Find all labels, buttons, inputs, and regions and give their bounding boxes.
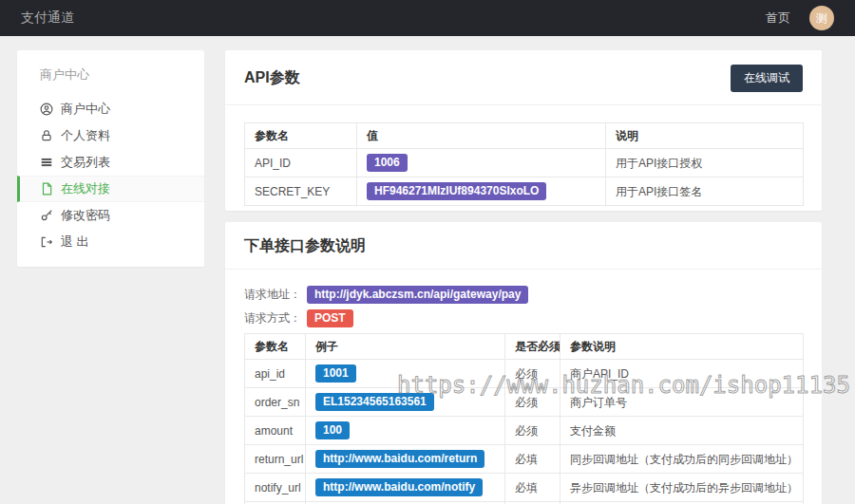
param-desc: 同步回调地址（支付成功后的同步回调地址） [560,445,804,474]
nav-home-link[interactable]: 首页 [766,9,790,27]
param-name: return_url [245,445,306,474]
sidebar-item-transactions[interactable]: 交易列表 [17,149,204,176]
table-header-row: 参数名 值 说明 [245,123,804,149]
param-name: API_ID [245,149,357,177]
table-row: notify_url http://www.baidu.com/notify 必… [245,474,804,502]
param-name: amount [245,417,306,445]
example-badge: 100 [315,421,350,439]
column-header: 参数说明 [560,334,804,360]
column-header: 例子 [306,334,505,360]
value-badge: HF946271MlzIUf894370SIxoLO [367,182,546,200]
param-name: notify_url [245,474,306,502]
request-method-row: 请求方式： POST [244,309,803,327]
sidebar-item-label: 交易列表 [61,154,110,171]
param-required: 必须 [505,388,560,417]
key-icon [40,209,53,222]
request-url-row: 请求地址： http://jdyk.abczsm.cn/api/gateway/… [244,286,803,304]
column-header: 是否必须 [505,334,560,360]
order-params-card: 下单接口参数说明 请求地址： http://jdyk.abczsm.cn/api… [225,222,822,504]
sidebar-item-label: 商户中心 [61,101,110,118]
api-params-card: API参数 在线调试 参数名 值 说明 API_ID 1006 用于API接口授… [225,50,822,211]
user-icon [40,103,53,116]
param-desc: 用于API接口签名 [606,177,804,206]
sidebar-item-online-integration[interactable]: 在线对接 [17,176,204,202]
param-desc: 支付金额 [560,417,804,445]
sidebar-item-profile[interactable]: 个人资料 [17,122,204,149]
param-required: 必须 [505,417,560,445]
value-badge: 1006 [367,154,408,172]
column-header: 参数名 [245,334,306,360]
sidebar-item-label: 退 出 [61,233,89,251]
sidebar-item-merchant-center[interactable]: 商户中心 [17,96,204,122]
table-header-row: 参数名 例子 是否必须 参数说明 [245,334,804,360]
param-required: 必须 [505,360,560,388]
api-params-table: 参数名 值 说明 API_ID 1006 用于API接口授权 SECRET_KE… [244,122,804,206]
table-row: API_ID 1006 用于API接口授权 [245,149,804,177]
logout-icon [40,235,53,249]
file-icon [40,182,53,196]
param-desc: 商户订单号 [560,388,804,417]
example-badge: EL15234565163561 [315,393,434,411]
param-name: order_sn [245,388,306,417]
lock-icon [40,129,53,142]
app-title[interactable]: 支付通道 [21,9,74,27]
table-row: order_sn EL15234565163561 必须 商户订单号 [245,388,804,417]
order-params-table: 参数名 例子 是否必须 参数说明 api_id 1001 必须 商户API_ID… [244,333,804,504]
sidebar-item-label: 个人资料 [61,127,110,144]
column-header: 值 [357,123,606,149]
param-desc: 用于API接口授权 [606,149,804,177]
top-navbar: 支付通道 首页 测 [0,0,855,36]
request-url-label: 请求地址： [244,287,301,303]
online-debug-button[interactable]: 在线调试 [731,65,803,92]
table-row: amount 100 必须 支付金额 [245,417,804,445]
request-method-label: 请求方式： [244,310,301,327]
sidebar-item-label: 修改密码 [61,207,110,224]
table-row: api_id 1001 必须 商户API_ID [245,360,804,388]
sidebar: 商户中心 商户中心 个人资料 交易列表 在线对接 修改密码 退 出 [17,50,204,267]
example-badge: http://www.baidu.com/notify [315,478,483,496]
param-name: SECRET_KEY [245,177,357,206]
param-required: 必填 [505,445,560,474]
list-icon [40,156,53,169]
request-url-badge: http://jdyk.abczsm.cn/api/gateway/pay [307,286,528,304]
param-desc: 商户API_ID [560,360,804,388]
column-header: 参数名 [245,123,357,149]
request-method-badge: POST [307,309,353,327]
example-badge: http://www.baidu.com/return [315,450,484,468]
table-row: SECRET_KEY HF946271MlzIUf894370SIxoLO 用于… [245,177,804,206]
sidebar-item-change-password[interactable]: 修改密码 [17,202,204,229]
order-params-title: 下单接口参数说明 [244,236,366,256]
param-name: api_id [245,360,306,388]
param-desc: 异步回调地址（支付成功后的异步回调地址） [560,474,804,502]
user-avatar[interactable]: 测 [809,6,834,30]
table-row: return_url http://www.baidu.com/return 必… [245,445,804,474]
sidebar-section-title: 商户中心 [17,50,204,96]
column-header: 说明 [606,123,804,149]
sidebar-item-logout[interactable]: 退 出 [17,229,204,255]
sidebar-item-label: 在线对接 [61,180,110,197]
param-required: 必填 [505,474,560,502]
api-params-title: API参数 [244,68,300,88]
example-badge: 1001 [315,364,356,383]
